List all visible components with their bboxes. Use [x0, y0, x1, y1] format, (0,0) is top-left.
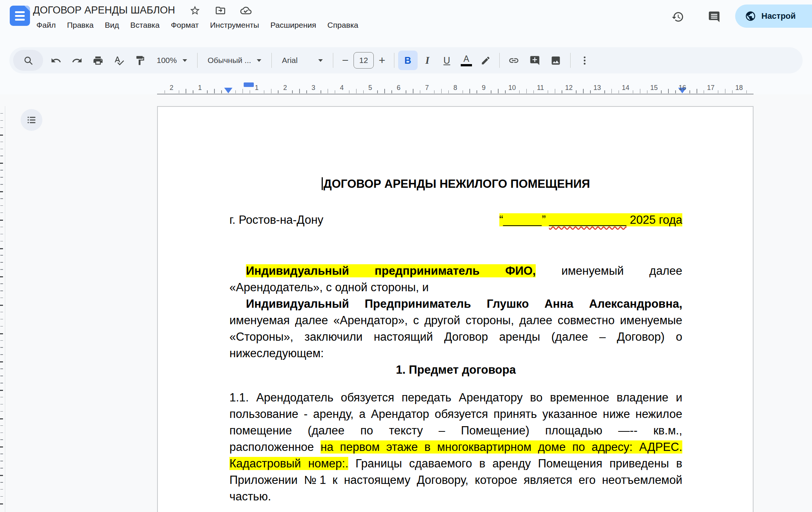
decrease-font-size-button[interactable]: − — [337, 50, 354, 71]
comments-button[interactable] — [706, 8, 723, 25]
first-line-indent-marker[interactable] — [244, 82, 254, 87]
ruler-tick — [0, 347, 3, 348]
search-menus-button[interactable] — [13, 50, 43, 71]
ruler-tick — [640, 89, 641, 93]
ruler-tick — [441, 89, 442, 93]
ruler-number: 1 — [255, 84, 259, 92]
spellcheck-button[interactable] — [108, 50, 129, 71]
bold-button[interactable]: B — [398, 51, 418, 70]
ruler-number: 13 — [593, 84, 601, 92]
left-indent-marker[interactable] — [224, 88, 232, 93]
document-text-line: именуемая далее «Арендатор», с другой ст… — [229, 312, 682, 329]
print-button[interactable] — [87, 50, 108, 71]
underline-button[interactable]: U — [437, 51, 457, 70]
ruler-number: 18 — [736, 84, 743, 92]
font-family-select[interactable]: Arial — [276, 50, 329, 71]
menu-item-insert[interactable]: Вставка — [125, 19, 165, 31]
document-text-line: Кадастровый номер:. Границы сдаваемого в… — [229, 455, 682, 472]
ruler-tick — [165, 90, 165, 93]
ruler-tick — [292, 90, 293, 93]
menu-item-file[interactable]: Файл — [31, 19, 61, 31]
ruler-tick — [207, 90, 208, 93]
ruler-tick — [193, 90, 193, 93]
ruler-tick — [576, 90, 577, 93]
ruler-tick — [448, 90, 449, 93]
move-folder-icon[interactable] — [215, 5, 226, 16]
horizontal-ruler[interactable]: 21123456789101112131415161718 — [0, 81, 812, 94]
menu-item-tools[interactable]: Инструменты — [204, 19, 265, 31]
paint-format-button[interactable] — [129, 50, 150, 71]
add-comment-button[interactable] — [524, 50, 545, 71]
search-icon — [23, 55, 34, 66]
ruler-number: 16 — [679, 84, 686, 92]
zoom-select[interactable]: 100% — [150, 50, 193, 71]
document-page[interactable]: ДОГОВОР АРЕНДЫ НЕЖИЛОГО ПОМЕЩЕНИЯ г. Рос… — [157, 106, 754, 512]
insert-image-button[interactable] — [545, 50, 566, 71]
text-segment: 2025 года — [626, 213, 682, 226]
ruler-tick — [243, 89, 243, 93]
document-text-line: Индивидуальный Предприниматель Глушко Ан… — [229, 296, 682, 312]
ruler-tick — [0, 227, 3, 228]
ruler-tick — [0, 298, 3, 298]
ruler-tick — [0, 312, 3, 313]
highlight-color-button[interactable] — [476, 51, 496, 70]
ruler-tick — [0, 333, 3, 334]
menu-item-format[interactable]: Формат — [165, 19, 205, 31]
docs-logo-fold — [24, 6, 30, 11]
comment-icon — [708, 10, 721, 23]
ruler-number: 4 — [340, 84, 344, 92]
ruler-tick — [221, 90, 222, 93]
paragraph-style-select[interactable]: Обычный ... — [201, 50, 268, 71]
cloud-saved-icon[interactable] — [240, 5, 252, 16]
zoom-value: 100% — [157, 56, 177, 65]
share-button[interactable]: Настрой — [735, 4, 812, 28]
ruler-tick — [0, 489, 3, 490]
toolbar-divider — [570, 53, 571, 68]
menu-item-extensions[interactable]: Расширения — [265, 19, 322, 31]
text-color-button[interactable]: A — [457, 51, 476, 70]
ruler-tick — [0, 163, 3, 164]
ruler-tick — [413, 89, 413, 93]
ruler-tick — [250, 90, 250, 93]
show-outline-button[interactable] — [21, 109, 42, 131]
ruler-tick — [498, 89, 499, 93]
ruler-tick — [0, 156, 3, 156]
ruler-tick — [604, 90, 605, 93]
redo-button[interactable] — [66, 50, 87, 71]
redo-icon — [72, 55, 82, 66]
ruler-number: 10 — [508, 84, 516, 92]
ruler-tick — [0, 170, 3, 171]
ruler-tick — [0, 482, 3, 483]
version-history-button[interactable] — [669, 8, 686, 25]
ruler-tick — [0, 361, 3, 362]
paragraph-1-1: 1.1. Арендодатель обязуется передать Аре… — [229, 389, 682, 505]
insert-link-button[interactable] — [503, 50, 524, 71]
text-segment: «Арендодатель», с одной стороны, и — [229, 281, 429, 294]
star-button[interactable] — [189, 5, 201, 16]
document-title[interactable]: ДОГОВОР АРЕНДЫ ШАБЛОН — [33, 4, 175, 16]
menu-item-view[interactable]: Вид — [99, 19, 125, 31]
ruler-tick — [0, 496, 3, 497]
ruler-tick — [306, 90, 307, 93]
menu-item-edit[interactable]: Правка — [61, 19, 99, 31]
document-text-line: 1.1. Арендодатель обязуется передать Аре… — [229, 389, 682, 406]
vertical-ruler[interactable] — [0, 106, 5, 512]
ruler-tick — [335, 90, 336, 93]
paragraph-style-value: Обычный ... — [208, 56, 251, 65]
date-line: г. Ростов-на-Дону “______” ____________ … — [229, 212, 682, 228]
more-options-button[interactable] — [574, 50, 595, 71]
italic-button[interactable]: I — [418, 51, 437, 70]
ruler-number: 2 — [283, 84, 287, 92]
increase-font-size-button[interactable]: + — [374, 50, 390, 71]
ruler-tick — [356, 89, 357, 93]
menu-item-help[interactable]: Справка — [322, 19, 364, 31]
font-size-input[interactable]: 12 — [354, 52, 374, 69]
ruler-number: 12 — [565, 84, 572, 92]
chevron-down-icon — [318, 59, 323, 62]
ruler-tick — [548, 90, 548, 93]
undo-button[interactable] — [45, 50, 66, 71]
ruler-tick — [0, 461, 3, 461]
ruler-tick — [533, 90, 534, 93]
docs-logo-icon[interactable] — [10, 6, 30, 26]
chevron-down-icon — [183, 59, 187, 62]
